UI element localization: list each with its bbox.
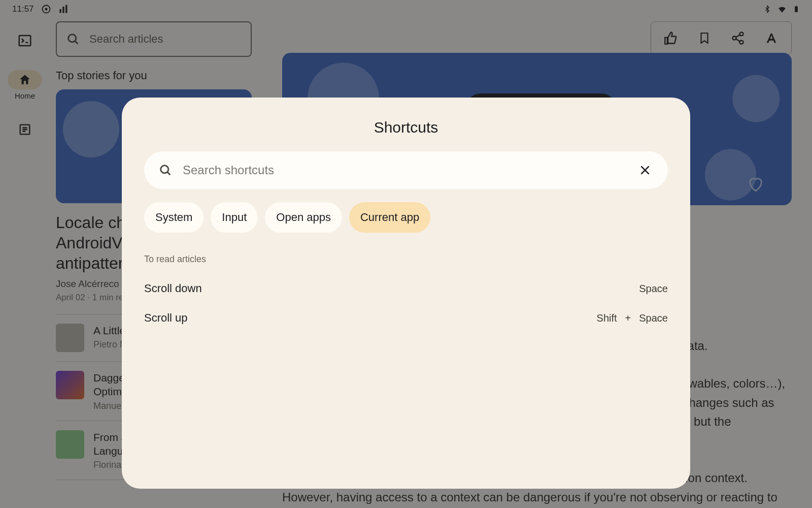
filter-chip-open-apps[interactable]: Open apps [265, 202, 342, 233]
filter-chips: SystemInputOpen appsCurrent app [144, 202, 668, 233]
key-plus: + [625, 312, 631, 324]
filter-chip-current-app[interactable]: Current app [349, 202, 430, 233]
shortcuts-search-input[interactable] [183, 163, 626, 177]
filter-chip-input[interactable]: Input [211, 202, 258, 233]
clear-search-button[interactable] [636, 162, 654, 179]
shortcut-row: Scroll down Space [144, 274, 668, 303]
filter-chip-system[interactable]: System [144, 202, 204, 233]
close-icon [638, 164, 652, 177]
shortcuts-dialog: Shortcuts SystemInputOpen appsCurrent ap… [122, 98, 690, 489]
search-icon [158, 163, 173, 177]
dialog-title: Shortcuts [144, 119, 668, 136]
shortcuts-search-field[interactable] [144, 151, 668, 189]
shortcuts-section-label: To read articles [144, 254, 668, 265]
shortcut-name: Scroll up [144, 311, 188, 325]
shortcut-name: Scroll down [144, 282, 202, 295]
svg-point-13 [161, 166, 168, 173]
shortcut-key: Shift [597, 312, 617, 324]
shortcut-key: Space [639, 283, 668, 295]
shortcut-key: Space [639, 312, 668, 324]
shortcut-row: Scroll up Shift+Space [144, 303, 668, 333]
